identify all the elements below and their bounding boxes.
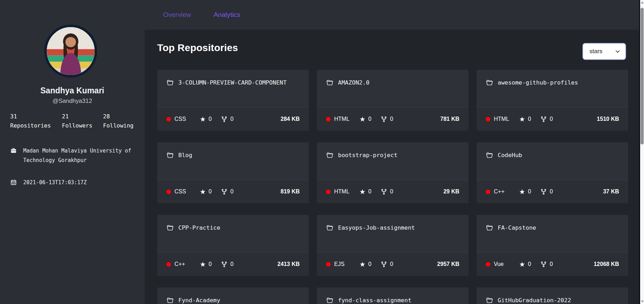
fork-count: 0 [550,261,553,267]
language-label: EJS [334,261,344,267]
star-count: 0 [368,116,371,122]
repo-language: HTML [326,188,359,195]
repo-size: 819 KB [281,188,300,195]
repo-card-header: Blog [157,142,309,159]
profile-handle: @Sandhya312 [0,98,145,105]
star-count: 0 [209,261,212,267]
page-title: Top Repositories [157,42,238,54]
repo-card[interactable]: AMAZON2.0 HTML ★ 0 0 781 KB [317,70,468,131]
stat-label: Followers [62,121,103,130]
repo-card[interactable]: Easyops-Job-assignment EJS ★ 0 0 2957 K [317,215,468,276]
repo-name: awesome-github-profiles [498,79,578,86]
repo-card-footer: C++ ★ 0 0 37 KB [477,180,628,203]
stat-followers: 21 Followers [62,112,103,130]
star-icon: ★ [200,116,206,123]
repo-card-header: CodeHub [477,142,628,159]
sort-dropdown[interactable]: stars [582,43,626,60]
repo-stars: ★ 0 [359,188,381,195]
repo-forks: 0 [540,188,553,195]
repo-language: CSS [166,116,200,122]
fork-icon [540,261,547,268]
organization-text: Madan Mohan Malaviya University of Techn… [23,146,137,165]
repo-name: CPP-Practice [178,224,220,231]
created-date-row: 2021-06-13T17:03:17Z [10,178,137,187]
scrollbar-down-arrow[interactable] [641,300,644,303]
repo-card[interactable]: fynd-class-assignment ★ [317,287,468,304]
language-label: Vue [494,261,504,267]
tab-analytics[interactable]: Analytics [213,11,240,19]
star-icon: ★ [200,261,206,268]
repo-name: GitHubGraduation-2022 [498,297,571,304]
language-dot-icon [486,262,490,267]
repo-size: 2413 KB [278,261,300,267]
sort-dropdown-value: stars [589,48,615,55]
repo-name: FA-Capstone [498,224,536,231]
repo-language: C++ [486,188,519,195]
repo-stars: ★ 0 [359,116,381,123]
repo-card-header: 3-COLUMN-PREVIEW-CARD-COMPONENT [157,70,309,86]
folder-icon [326,224,333,231]
repo-card[interactable]: CPP-Practice C++ ★ 0 0 2413 KB [157,215,309,276]
star-count: 0 [209,188,212,195]
star-icon: ★ [359,116,365,123]
star-count: 0 [528,261,531,267]
tab-overview[interactable]: Overview [163,11,191,19]
repo-card[interactable]: awesome-github-profiles HTML ★ 0 0 1510 [477,70,628,131]
repo-forks: 0 [540,261,553,268]
avatar-illustration [47,27,95,75]
folder-icon [166,151,174,159]
repo-card[interactable]: Fynd-Academy ★ [157,287,309,304]
star-count: 0 [368,261,371,267]
language-label: HTML [334,188,350,195]
repo-card-footer: HTML ★ 0 0 29 KB [317,180,468,203]
star-count: 0 [368,188,371,195]
star-icon: ★ [359,188,365,195]
star-icon: ★ [519,261,525,268]
repo-card[interactable]: bootstrap-project HTML ★ 0 0 29 KB [317,142,468,203]
repo-card-footer: CSS ★ 0 0 284 KB [157,107,309,131]
avatar [44,25,97,77]
language-dot-icon [166,262,171,267]
repo-size: 12068 KB [594,261,619,267]
star-icon: ★ [519,188,525,195]
fork-count: 0 [390,116,393,122]
folder-icon [326,79,333,86]
repo-stars: ★ 0 [519,188,540,195]
repo-card-header: CPP-Practice [157,215,309,231]
repo-card-footer: Vue ★ 0 0 12068 KB [477,252,628,276]
repo-card-header: awesome-github-profiles [477,70,628,86]
repo-language: Vue [486,261,519,267]
stat-label: Following [103,121,134,130]
repo-name: 3-COLUMN-PREVIEW-CARD-COMPONENT [178,79,287,86]
repo-stars: ★ 0 [359,261,381,268]
language-label: CSS [174,116,186,122]
organization-row: Madan Mohan Malaviya University of Techn… [10,146,137,165]
tab-bar: Overview Analytics [163,0,240,30]
fork-count: 0 [390,188,393,195]
repo-size: 781 KB [440,116,459,122]
language-dot-icon [486,117,490,122]
fork-count: 0 [230,261,234,267]
repo-card[interactable]: GitHubGraduation-2022 ★ [477,287,628,304]
scrollbar-up-arrow[interactable] [641,1,644,4]
folder-icon [486,224,493,231]
profile-sidebar: Sandhya Kumari @Sandhya312 31 Repositori… [0,0,145,304]
repo-card[interactable]: CodeHub C++ ★ 0 0 37 KB [477,142,628,203]
stat-repositories: 31 Repositories [10,112,62,130]
repo-card-footer: HTML ★ 0 0 781 KB [317,107,468,131]
folder-icon [486,79,493,86]
folder-icon [486,297,493,304]
repo-card[interactable]: 3-COLUMN-PREVIEW-CARD-COMPONENT CSS ★ 0 … [157,70,309,131]
star-icon: ★ [200,188,206,195]
stat-value: 28 [103,112,134,121]
profile-stats: 31 Repositories 21 Followers 28 Followin… [10,112,134,130]
scrollbar[interactable] [640,0,644,304]
folder-icon [326,151,333,159]
stat-value: 31 [10,112,62,121]
repo-card[interactable]: Blog CSS ★ 0 0 819 KB [157,142,309,203]
repo-size: 2957 KB [437,261,459,267]
scrollbar-thumb[interactable] [640,8,644,144]
repo-card[interactable]: FA-Capstone Vue ★ 0 0 12068 KB [477,215,628,276]
repo-language: EJS [326,261,359,267]
folder-icon [166,297,174,304]
